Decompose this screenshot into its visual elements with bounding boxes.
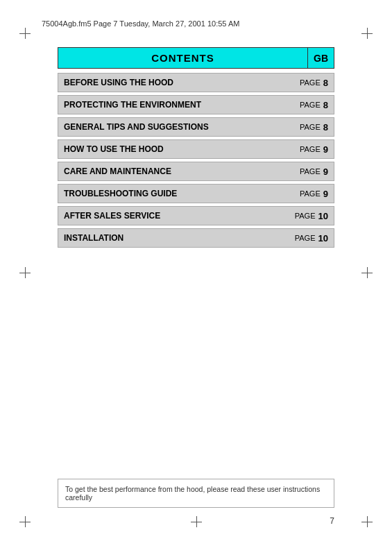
toc-label-6: AFTER SALES SERVICE (58, 207, 284, 225)
crosshair-mid-right (361, 267, 373, 278)
crosshair-top-left (19, 28, 31, 39)
toc-row[interactable]: PROTECTING THE ENVIRONMENT PAGE 8 (58, 95, 334, 114)
toc-label-2: GENERAL TIPS AND SUGGESTIONS (58, 118, 284, 136)
bottom-note: To get the best performance from the hoo… (58, 479, 334, 508)
toc-label-7: INSTALLATION (58, 229, 284, 247)
main-content: CONTENTS GB BEFORE USING THE HOOD PAGE 8… (58, 47, 334, 250)
toc-label-1: PROTECTING THE ENVIRONMENT (58, 96, 284, 114)
page-number: 7 (330, 516, 334, 526)
toc-label-0: BEFORE USING THE HOOD (58, 74, 284, 92)
crosshair-bottom-right (361, 516, 373, 527)
toc-page-5: PAGE 9 (284, 185, 334, 203)
toc-row[interactable]: INSTALLATION PAGE 10 (58, 228, 334, 248)
toc-page-3: PAGE 9 (284, 140, 334, 158)
toc-page-6: PAGE 10 (284, 207, 334, 225)
page-container: 75004Agb.fm5 Page 7 Tuesday, March 27, 2… (0, 0, 392, 555)
toc-page-1: PAGE 8 (284, 96, 334, 114)
toc-row[interactable]: GENERAL TIPS AND SUGGESTIONS PAGE 8 (58, 117, 334, 137)
toc-page-2: PAGE 8 (284, 118, 334, 136)
toc-page-7: PAGE 10 (284, 229, 334, 247)
toc-row[interactable]: CARE AND MAINTENANCE PAGE 9 (58, 162, 334, 181)
toc-page-0: PAGE 8 (284, 74, 334, 92)
contents-title: CONTENTS (58, 47, 307, 69)
toc-label-5: TROUBLESHOOTING GUIDE (58, 185, 284, 203)
toc-row[interactable]: AFTER SALES SERVICE PAGE 10 (58, 206, 334, 225)
contents-gb: GB (307, 47, 334, 69)
crosshair-bottom-mid (191, 516, 202, 527)
contents-header: CONTENTS GB (58, 47, 334, 69)
crosshair-top-right (361, 28, 373, 39)
toc-row[interactable]: HOW TO USE THE HOOD PAGE 9 (58, 139, 334, 159)
toc-row[interactable]: TROUBLESHOOTING GUIDE PAGE 9 (58, 184, 334, 203)
crosshair-bottom-left (19, 516, 31, 527)
toc-label-3: HOW TO USE THE HOOD (58, 140, 284, 158)
toc-row[interactable]: BEFORE USING THE HOOD PAGE 8 (58, 73, 334, 92)
toc-page-4: PAGE 9 (284, 162, 334, 180)
toc-label-4: CARE AND MAINTENANCE (58, 162, 284, 180)
crosshair-mid-left (19, 267, 31, 278)
header-filename: 75004Agb.fm5 Page 7 Tuesday, March 27, 2… (42, 19, 350, 28)
